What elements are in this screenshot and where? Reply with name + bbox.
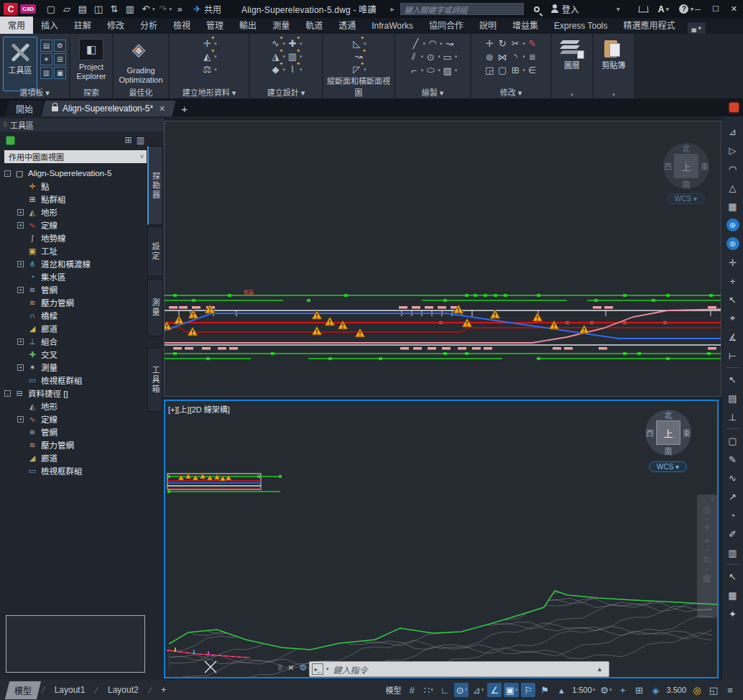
cursor-pick-icon[interactable]: ↖: [724, 290, 742, 309]
scale-icon[interactable]: ▢: [497, 65, 508, 75]
ribbon-state-toggle[interactable]: ▄ ▾: [688, 22, 706, 34]
viewcube-south[interactable]: 南: [665, 445, 673, 456]
tree-item[interactable]: ∩橋樑: [1, 309, 145, 322]
viewport-bottom-active[interactable]: [+][上][2D 線架構] 北 南 西 東 上 WCS ▾ ✕◎▾✛⌖▾↻▾▦: [164, 400, 719, 678]
rotate-icon[interactable]: ↻: [497, 38, 508, 49]
viewport-controls-label[interactable]: [+][上][2D 線架構]: [168, 403, 230, 415]
properties-palette-icon[interactable]: ▤: [40, 40, 52, 52]
settings-palette-icon[interactable]: ⚙: [54, 40, 66, 52]
new-layout-button[interactable]: +: [154, 682, 173, 698]
palette-grip-icon[interactable]: ⠿: [3, 121, 7, 129]
polyline-icon[interactable]: ↝: [444, 38, 456, 49]
circle-icon[interactable]: ⊙: [425, 52, 436, 63]
angle-measure-icon[interactable]: ∡: [724, 328, 742, 346]
create-surface-icon[interactable]: ◭✦: [201, 51, 213, 62]
spline-icon[interactable]: ⌐: [408, 65, 420, 76]
osnap-toggle[interactable]: ▣▾: [504, 683, 519, 697]
command-prompt[interactable]: 鍵入指令: [333, 663, 368, 676]
redo-icon[interactable]: ↷: [156, 2, 170, 17]
layers-button[interactable]: 圖層: [558, 37, 586, 73]
qat-more-icon[interactable]: »: [172, 2, 187, 17]
navigation-bar[interactable]: ✕◎▾✛⌖▾↻▾▦: [697, 494, 717, 618]
hatch-icon[interactable]: ▨: [442, 65, 453, 76]
redo-icon-dropdown[interactable]: ▾: [170, 6, 172, 12]
tree-item[interactable]: ≋管網: [1, 425, 145, 438]
showmotion-icon[interactable]: ▦: [703, 572, 711, 584]
cmd-grip-icon[interactable]: ⠿: [277, 664, 282, 672]
isolate-objects[interactable]: ◎: [690, 683, 704, 697]
ribbon-tab-修改[interactable]: 修改: [99, 17, 132, 34]
customization-gear[interactable]: ⚙▾: [599, 683, 613, 697]
palettes-panel-label[interactable]: 選項板 ▾: [0, 86, 69, 98]
tree-item[interactable]: +∿定線: [1, 413, 145, 425]
layout-tab-Layout1[interactable]: Layout1: [47, 682, 93, 698]
ground-data-panel-label[interactable]: 建立地形資料 ▾: [170, 86, 249, 98]
clipboard-button[interactable]: 剪貼簿: [599, 37, 629, 73]
tree-expander-icon[interactable]: +: [17, 339, 24, 345]
tree-item[interactable]: +⊥組合: [1, 335, 145, 348]
maximize-button[interactable]: ☐: [712, 4, 719, 14]
elevation-value[interactable]: 3.500: [665, 683, 688, 697]
pick-point-icon[interactable]: ↖: [724, 567, 742, 586]
online-map-icon[interactable]: ⊛: [726, 237, 739, 250]
surface-elevation-icon[interactable]: ◈: [648, 683, 663, 697]
bounding-box-icon[interactable]: ▢: [724, 431, 742, 450]
ribbon-tab-檢視[interactable]: 檢視: [165, 17, 198, 34]
polyline-icon[interactable]: ∿: [724, 469, 742, 487]
tree-item[interactable]: ▭檢視框群組: [1, 464, 145, 477]
wcs-selector[interactable]: WCS ▾: [667, 193, 705, 204]
crosshair-toggle[interactable]: +: [615, 683, 629, 697]
tree-item[interactable]: -⊟資料捷徑 []: [1, 387, 145, 400]
alignment-create-icon[interactable]: ∿✦: [269, 38, 281, 49]
pan-hand-icon[interactable]: ✛: [703, 522, 711, 534]
plan-production-icon[interactable]: ▦: [724, 197, 742, 216]
tree-expander-icon[interactable]: -: [4, 170, 11, 177]
point-select-icon[interactable]: +: [724, 272, 742, 290]
panorama-toggle-icon[interactable]: ▥: [137, 135, 144, 145]
orbit-icon[interactable]: ↻: [703, 553, 711, 566]
side-tab-設定[interactable]: 設定: [147, 226, 163, 277]
save-icon[interactable]: ▤: [75, 2, 90, 17]
navbar-dropdown-icon[interactable]: ▾: [706, 516, 708, 521]
print-icon[interactable]: ▥: [123, 2, 137, 17]
close-button[interactable]: ✕: [731, 4, 737, 14]
tree-item[interactable]: +∿定線: [1, 218, 145, 231]
workspace-switch[interactable]: ⊞: [632, 683, 646, 697]
survey-query-icon[interactable]: ⚖: [201, 64, 213, 75]
tree-item[interactable]: +⋔道岔和橫渡線: [1, 257, 145, 270]
side-tab-測量[interactable]: 測量: [147, 279, 163, 336]
geolocation-icon[interactable]: ⊕: [726, 218, 739, 231]
tree-expander-icon[interactable]: +: [17, 209, 24, 216]
ellipse-icon[interactable]: ⬭: [425, 65, 436, 76]
table-grid-icon[interactable]: ▦: [724, 586, 742, 604]
command-line[interactable]: ▸_ ▾ 鍵入指令 ▲: [309, 661, 609, 677]
tree-expander-icon[interactable]: -: [4, 390, 11, 397]
viewcube-north[interactable]: 北: [665, 409, 673, 420]
designcenter-palette-icon[interactable]: ▣: [54, 67, 66, 79]
ribbon-tab-說明[interactable]: 說明: [471, 17, 504, 34]
tree-item[interactable]: ✛點: [1, 180, 145, 193]
sheetset-palette-icon[interactable]: ▥: [40, 67, 52, 79]
design-panel-label[interactable]: 建立設計 ▾: [250, 86, 322, 98]
station-offset-icon[interactable]: ⊥: [724, 407, 742, 426]
rectangle-icon[interactable]: ▭: [442, 52, 453, 63]
ribbon-tab-透通[interactable]: 透通: [331, 17, 364, 34]
open-file-icon[interactable]: ▱: [60, 2, 74, 17]
layers-panel-dropdown-icon[interactable]: ▾: [552, 92, 592, 98]
viewport-scale[interactable]: 1:500▾: [571, 683, 596, 697]
new-file-icon[interactable]: ▢: [44, 2, 58, 17]
profile-view-icon[interactable]: ▷: [724, 141, 742, 160]
tree-item[interactable]: ◔集水區: [1, 270, 145, 283]
clean-screen[interactable]: ◱: [706, 683, 721, 697]
tree-item[interactable]: ◭地形: [1, 400, 145, 413]
app-menu-button[interactable]: C: [4, 3, 18, 15]
title-caret-icon[interactable]: ▸: [391, 5, 394, 13]
autodesk-a-icon[interactable]: A: [658, 4, 665, 14]
cmd-history-up-icon[interactable]: ▲: [596, 666, 603, 673]
layout-tab-Layout2[interactable]: Layout2: [101, 682, 146, 698]
copy-icon[interactable]: ⊚: [484, 52, 495, 63]
annotation-visibility-toggle[interactable]: ⚐: [521, 683, 535, 697]
item-preview-toggle-icon[interactable]: ⊞: [125, 135, 132, 145]
command-line-grips[interactable]: ⠿ ✕ ⚙: [277, 663, 307, 673]
create-points-icon[interactable]: ✛✦: [201, 38, 213, 49]
